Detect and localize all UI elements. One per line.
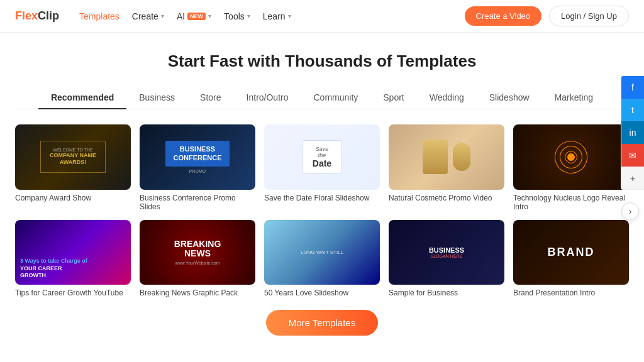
signin-button[interactable]: Login / Sign Up xyxy=(549,6,629,26)
page-title: Start Fast with Thousands of Templates xyxy=(15,52,629,71)
template-card-date[interactable]: Save the Date Save the Date Floral Slide… xyxy=(264,124,380,211)
templates-grid: WELCOME TO THE COMPANY NAMEAWARDS! Compa… xyxy=(15,124,629,297)
social-sidebar: f t in ✉ + xyxy=(621,75,644,190)
tab-recommended[interactable]: Recommended xyxy=(38,86,126,109)
template-label: Business Conference Promo Slides xyxy=(140,194,255,211)
chevron-down-icon: ▾ xyxy=(161,13,164,19)
template-card-career[interactable]: 3 Ways to take Charge of YOUR CAREERGROW… xyxy=(15,220,131,298)
template-label: Breaking News Graphic Pack xyxy=(140,288,255,297)
main-content: Start Fast with Thousands of Templates R… xyxy=(0,33,644,348)
nav-create[interactable]: Create ▾ xyxy=(132,11,164,21)
header-right: Create a Video Login / Sign Up xyxy=(465,6,629,26)
chevron-down-icon: ▾ xyxy=(208,13,211,19)
facebook-icon[interactable]: f xyxy=(621,76,644,99)
chevron-down-icon: ▾ xyxy=(247,13,250,19)
template-card-sample-business[interactable]: BUSINESS SLOGAN HERE Sample for Business xyxy=(389,220,504,298)
cosmetic-product-icon xyxy=(423,140,448,174)
twitter-icon[interactable]: t xyxy=(621,99,644,121)
nav-ai[interactable]: AI NEW ▾ xyxy=(177,11,211,21)
template-card-cosmetic[interactable]: Natural Cosmetic Promo Video xyxy=(389,124,504,211)
next-arrow-button[interactable]: › xyxy=(621,202,639,220)
header: FlexClip Templates Create ▾ AI NEW ▾ Too… xyxy=(0,0,644,33)
mail-icon[interactable]: ✉ xyxy=(621,144,644,167)
linkedin-icon[interactable]: in xyxy=(621,121,644,144)
nav-tools[interactable]: Tools ▾ xyxy=(224,11,250,21)
more-social-button[interactable]: + xyxy=(621,167,644,189)
new-badge: NEW xyxy=(187,13,206,20)
tab-wedding[interactable]: Wedding xyxy=(417,86,477,109)
tab-business[interactable]: Business xyxy=(126,86,187,109)
nav: Templates Create ▾ AI NEW ▾ Tools ▾ Lear… xyxy=(79,11,465,21)
template-label: Save the Date Floral Slideshow xyxy=(264,194,380,202)
template-card-business-conf[interactable]: BUSINESSCONFERENCE PROMO Business Confer… xyxy=(140,124,255,211)
more-templates-button[interactable]: More Templates xyxy=(266,310,378,336)
template-label: Brand Presentation Intro xyxy=(513,288,629,297)
template-card-brand[interactable]: BRAND Brand Presentation Intro xyxy=(513,220,629,298)
template-label: Company Award Show xyxy=(15,194,131,202)
more-templates-section: More Templates xyxy=(15,310,629,336)
nav-templates[interactable]: Templates xyxy=(79,11,119,21)
template-card-nucleus[interactable]: Technology Nucleus Logo Reveal Intro xyxy=(513,124,629,211)
category-tabs: Recommended Business Store Intro/Outro C… xyxy=(15,86,629,109)
tab-store[interactable]: Store xyxy=(187,86,233,109)
template-card-news[interactable]: BREAKING NEWS www.YourWebsite.com Breaki… xyxy=(140,220,255,298)
template-label: Tips for Career Growth YouTube xyxy=(15,288,131,297)
tab-slideshow[interactable]: Slideshow xyxy=(477,86,542,109)
template-card-awards[interactable]: WELCOME TO THE COMPANY NAMEAWARDS! Compa… xyxy=(15,124,131,211)
nucleus-graphic xyxy=(555,141,587,173)
template-label: 50 Years Love Slideshow xyxy=(264,288,380,297)
template-label: Natural Cosmetic Promo Video xyxy=(389,194,504,202)
nav-learn[interactable]: Learn ▾ xyxy=(263,11,291,21)
create-video-button[interactable]: Create a Video xyxy=(465,6,542,26)
tab-sport[interactable]: Sport xyxy=(370,86,416,109)
cosmetic-product-icon xyxy=(453,143,470,171)
logo[interactable]: FlexClip xyxy=(15,9,59,23)
chevron-down-icon: ▾ xyxy=(288,13,291,19)
tab-intro-outro[interactable]: Intro/Outro xyxy=(234,86,301,109)
template-label: Technology Nucleus Logo Reveal Intro xyxy=(513,194,629,211)
template-card-love[interactable]: LONG WAIT STILL 50 Years Love Slideshow xyxy=(264,220,380,298)
logo-text: Flex xyxy=(15,9,38,23)
tab-community[interactable]: Community xyxy=(301,86,370,109)
tab-marketing[interactable]: Marketing xyxy=(542,86,606,109)
template-label: Sample for Business xyxy=(389,288,504,297)
